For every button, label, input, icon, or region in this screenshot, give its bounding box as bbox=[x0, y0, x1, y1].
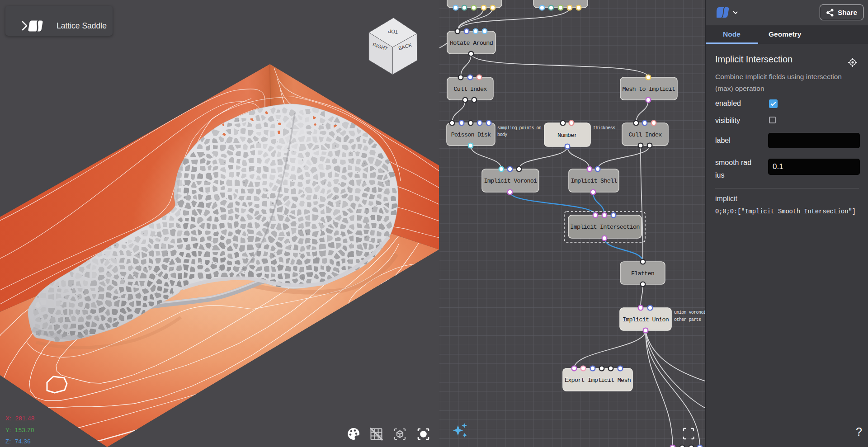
svg-text:thickness: thickness bbox=[593, 126, 615, 131]
svg-text:Export Implicit Mesh: Export Implicit Mesh bbox=[565, 377, 631, 384]
svg-text:Cull Index: Cull Index bbox=[628, 132, 662, 138]
svg-text:Mesh to Implicit: Mesh to Implicit bbox=[623, 86, 675, 93]
svg-text:Cull Index: Cull Index bbox=[453, 86, 487, 93]
svg-text:sampling points on: sampling points on bbox=[497, 126, 542, 131]
svg-text:Poisson Disk: Poisson Disk bbox=[451, 132, 491, 138]
svg-text:Implicit Intersection: Implicit Intersection bbox=[570, 224, 639, 231]
svg-text:Rotate Around: Rotate Around bbox=[450, 40, 493, 47]
svg-text:body: body bbox=[497, 132, 507, 137]
svg-text:Implicit Voronoi: Implicit Voronoi bbox=[484, 178, 538, 184]
svg-text:Flatten: Flatten bbox=[631, 270, 654, 277]
svg-text:Implicit Union: Implicit Union bbox=[623, 316, 669, 323]
svg-text:union voronoi: union voronoi bbox=[674, 310, 705, 315]
svg-text:other parts: other parts bbox=[674, 317, 701, 322]
svg-text:Number: Number bbox=[557, 132, 577, 139]
svg-text:Implicit Shell: Implicit Shell bbox=[571, 178, 617, 184]
svg-text:Lattice Saddle: Lattice Saddle bbox=[57, 21, 107, 30]
